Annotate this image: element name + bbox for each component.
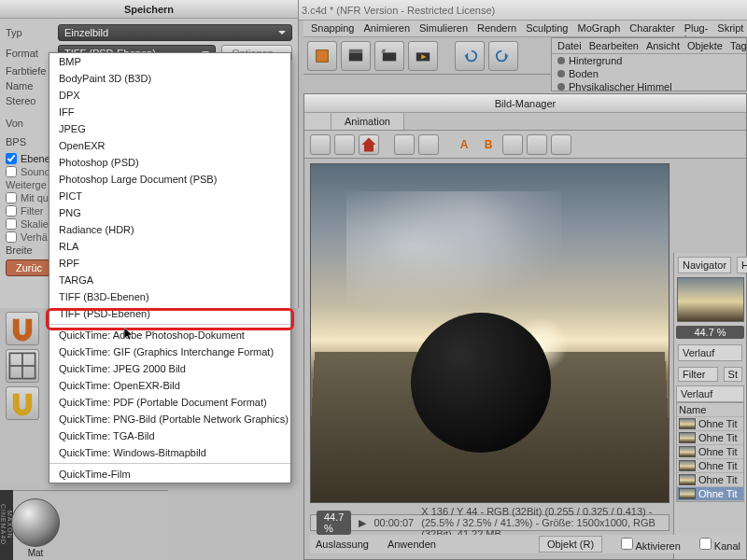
filter-tab[interactable]: Filter — [678, 367, 718, 382]
navigator-zoom[interactable]: 44.7 % — [676, 326, 744, 339]
om-bearb[interactable]: Bearbeiten — [589, 40, 639, 51]
om-ansicht[interactable]: Ansicht — [646, 40, 680, 51]
list-item[interactable]: Ohne Tit — [677, 431, 743, 445]
menu-mograph[interactable]: MoGraph — [577, 22, 620, 35]
format-option[interactable]: QuickTime: TGA-Bild — [49, 427, 290, 444]
format-option[interactable]: QuickTime: PDF (Portable Document Format… — [49, 394, 290, 411]
material-panel: MAXON CINEMA4D Mat — [0, 490, 168, 560]
format-option[interactable]: RLA — [49, 238, 290, 255]
format-option[interactable]: QuickTime: Windows-Bitmapbild — [49, 444, 290, 461]
bm-tabs: Animation — [304, 113, 746, 131]
magnet2-icon[interactable] — [6, 386, 39, 420]
verhae-checkbox[interactable] — [6, 231, 17, 243]
format-option[interactable]: Photoshop (PSD) — [49, 154, 290, 171]
format-option[interactable]: TIFF (PSD-Ebenen) — [49, 305, 290, 322]
st-tab[interactable]: St — [724, 367, 742, 382]
menu-rendern[interactable]: Rendern — [477, 22, 516, 35]
zurueck-button[interactable]: Zurüc — [6, 259, 52, 276]
menu-charakter[interactable]: Charakter — [629, 22, 674, 35]
list-item[interactable]: Ohne Tit — [677, 459, 743, 473]
clapper-play-icon[interactable] — [408, 41, 438, 71]
bm-icon[interactable] — [418, 134, 439, 155]
filter-checkbox[interactable] — [6, 205, 17, 217]
menu-skript[interactable]: Skript — [717, 22, 743, 35]
object-row[interactable]: Physikalischer Himmel — [552, 80, 746, 91]
bm-icon[interactable] — [310, 134, 331, 155]
menu-snapping[interactable]: Snapping — [311, 22, 355, 35]
svg-rect-13 — [364, 145, 374, 152]
undo-icon[interactable] — [455, 41, 485, 71]
ebenen-checkbox[interactable] — [6, 153, 17, 164]
list-item[interactable]: Ohne Tit — [677, 473, 743, 487]
menu-sculpting[interactable]: Sculpting — [526, 22, 568, 35]
format-option[interactable]: QuickTime: PNG-Bild (Portable Network Gr… — [49, 411, 290, 427]
svg-rect-1 — [349, 52, 362, 61]
menu-plugins[interactable]: Plug-ins — [684, 22, 709, 35]
format-option[interactable]: PNG — [49, 204, 290, 221]
format-option[interactable]: TARGA — [49, 272, 290, 288]
ab-b-button[interactable]: B — [478, 134, 499, 155]
format-option[interactable]: JPEG — [49, 120, 290, 137]
skalie-checkbox[interactable] — [6, 218, 17, 230]
format-option[interactable]: TIFF (B3D-Ebenen) — [49, 288, 290, 305]
material-preview[interactable] — [11, 498, 60, 547]
objekt-tab[interactable]: Objekt (R) — [539, 536, 602, 553]
navigator-tab[interactable]: Navigator — [678, 257, 731, 273]
navigator-thumb[interactable] — [677, 277, 744, 322]
bm-icon[interactable] — [551, 134, 571, 155]
format-option[interactable]: QuickTime: GIF (Graphics Interchange For… — [49, 343, 290, 360]
tab-animation[interactable]: Animation — [331, 113, 404, 130]
magnet-icon[interactable] — [6, 312, 39, 345]
svg-rect-2 — [349, 49, 362, 53]
bm-icon[interactable] — [334, 134, 355, 155]
format-option[interactable]: QuickTime: Adobe Photoshop-Dokument — [49, 327, 290, 343]
format-dropdown[interactable]: BMPBodyPaint 3D (B3D)DPXIFFJPEGOpenEXRPh… — [49, 52, 291, 483]
mitqu-checkbox[interactable] — [6, 192, 17, 203]
list-item[interactable]: Ohne Tit — [677, 487, 743, 501]
clouds — [346, 191, 561, 327]
typ-select[interactable]: Einzelbild — [58, 24, 292, 41]
verlauf-tab[interactable]: Verlauf — [678, 344, 742, 361]
zoom-readout[interactable]: 44.7 % — [317, 511, 351, 535]
clapper-icon[interactable] — [341, 41, 371, 71]
ab-a-button[interactable]: A — [454, 134, 474, 155]
format-option[interactable]: QuickTime: OpenEXR-Bild — [49, 377, 290, 394]
redo-icon[interactable] — [488, 41, 518, 71]
object-row[interactable]: Hintergrund — [552, 54, 746, 67]
kanal-checkbox[interactable] — [699, 538, 712, 550]
format-option[interactable]: BMP — [49, 53, 290, 70]
menu-simulieren[interactable]: Simulieren — [419, 22, 468, 35]
bm-icon[interactable] — [394, 134, 415, 155]
render-viewport[interactable] — [310, 163, 669, 503]
format-option[interactable]: IFF — [49, 104, 290, 120]
om-objekte[interactable]: Objekte — [687, 40, 723, 51]
grid-icon[interactable] — [6, 349, 39, 383]
cube-icon[interactable] — [307, 41, 337, 71]
om-datei[interactable]: Datei — [557, 40, 582, 51]
format-option[interactable]: RPF — [49, 255, 290, 272]
history-tab[interactable]: His — [737, 257, 747, 273]
svg-rect-3 — [383, 52, 396, 61]
main-menubar: Snapping Animieren Simulieren Rendern Sc… — [303, 21, 747, 37]
format-option[interactable]: QuickTime-Film — [49, 466, 290, 483]
bm-icon[interactable] — [502, 134, 523, 155]
kanal-label: Kanal — [714, 540, 740, 552]
bm-icon[interactable] — [527, 134, 547, 155]
house-icon[interactable] — [359, 134, 379, 155]
format-option[interactable]: PICT — [49, 188, 290, 204]
format-option[interactable]: BodyPaint 3D (B3D) — [49, 70, 290, 87]
clapper2-icon[interactable] — [374, 41, 404, 71]
om-tag[interactable]: Tag — [730, 40, 747, 51]
list-item[interactable]: Ohne Tit — [677, 417, 743, 431]
format-option[interactable]: OpenEXR — [49, 137, 290, 154]
format-option[interactable]: Radiance (HDR) — [49, 221, 290, 238]
format-option[interactable]: QuickTime: JPEG 2000 Bild — [49, 360, 290, 377]
list-item[interactable]: Ohne Tit — [677, 445, 743, 459]
menu-animieren[interactable]: Animieren — [364, 22, 411, 35]
object-row[interactable]: Boden — [552, 67, 746, 80]
aktivieren-checkbox[interactable] — [621, 538, 633, 550]
tab-blank[interactable] — [304, 113, 331, 130]
format-option[interactable]: DPX — [49, 87, 290, 104]
format-option[interactable]: Photoshop Large Document (PSB) — [49, 171, 290, 188]
sound-checkbox[interactable] — [6, 166, 17, 177]
